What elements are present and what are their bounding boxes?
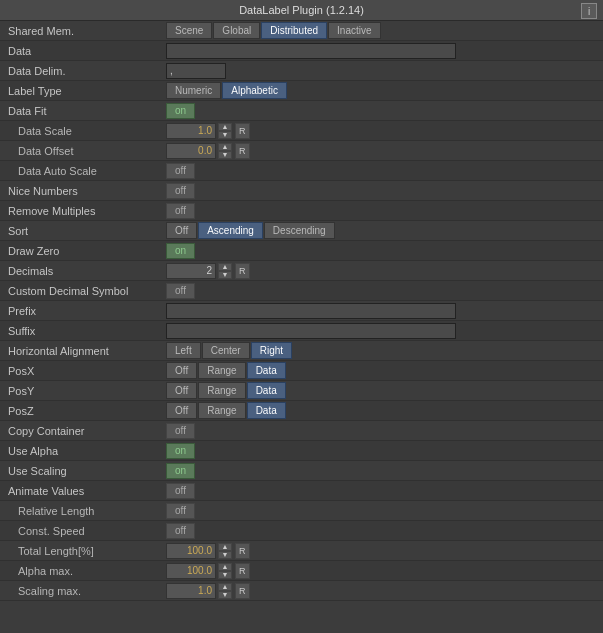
- num-input-data-offset[interactable]: [166, 143, 216, 159]
- tab-range[interactable]: Range: [198, 402, 245, 419]
- status-draw-zero[interactable]: on: [166, 243, 195, 259]
- control-remove-multiples: off: [166, 203, 599, 219]
- status-custom-decimal-symbol[interactable]: off: [166, 283, 195, 299]
- reset-data-scale[interactable]: R: [235, 123, 250, 139]
- tab-range[interactable]: Range: [198, 362, 245, 379]
- num-input-scaling-max[interactable]: [166, 583, 216, 599]
- row-draw-zero: Draw Zeroon: [0, 241, 603, 261]
- control-label-type: NumericAlphabetic: [166, 82, 599, 99]
- int-input-decimals[interactable]: [166, 263, 216, 279]
- control-shared-mem: SceneGlobalDistributedInactive: [166, 22, 599, 39]
- status-relative-length[interactable]: off: [166, 503, 195, 519]
- label-data: Data: [4, 45, 166, 57]
- tab-right[interactable]: Right: [251, 342, 292, 359]
- tab-inactive[interactable]: Inactive: [328, 22, 380, 39]
- label-draw-zero: Draw Zero: [4, 245, 166, 257]
- label-posz: PosZ: [4, 405, 166, 417]
- tab-off[interactable]: Off: [166, 222, 197, 239]
- label-total-length: Total Length[%]: [4, 545, 166, 557]
- status-const-speed[interactable]: off: [166, 523, 195, 539]
- tab-group-shared-mem: SceneGlobalDistributedInactive: [166, 22, 381, 39]
- control-decimals: ▲▼R: [166, 263, 599, 279]
- num-input-total-length[interactable]: [166, 543, 216, 559]
- input-data[interactable]: [166, 43, 456, 59]
- spinner-up-decimals[interactable]: ▲: [218, 263, 232, 271]
- tab-off[interactable]: Off: [166, 402, 197, 419]
- label-const-speed: Const. Speed: [4, 525, 166, 537]
- tab-data[interactable]: Data: [247, 402, 286, 419]
- input-data-delim[interactable]: [166, 63, 226, 79]
- tab-off[interactable]: Off: [166, 382, 197, 399]
- reset-total-length[interactable]: R: [235, 543, 250, 559]
- row-posx: PosXOffRangeData: [0, 361, 603, 381]
- tab-alphabetic[interactable]: Alphabetic: [222, 82, 287, 99]
- status-use-alpha[interactable]: on: [166, 443, 195, 459]
- row-prefix: Prefix: [0, 301, 603, 321]
- status-animate-values[interactable]: off: [166, 483, 195, 499]
- control-relative-length: off: [166, 503, 599, 519]
- tab-ascending[interactable]: Ascending: [198, 222, 263, 239]
- tab-center[interactable]: Center: [202, 342, 250, 359]
- spinner-data-offset: ▲▼: [218, 143, 232, 159]
- spinner-down-total-length[interactable]: ▼: [218, 551, 232, 559]
- spinner-down-data-scale[interactable]: ▼: [218, 131, 232, 139]
- row-copy-container: Copy Containeroff: [0, 421, 603, 441]
- label-data-offset: Data Offset: [4, 145, 166, 157]
- label-data-delim: Data Delim.: [4, 65, 166, 77]
- spinner-up-total-length[interactable]: ▲: [218, 543, 232, 551]
- spinner-up-data-scale[interactable]: ▲: [218, 123, 232, 131]
- tab-range[interactable]: Range: [198, 382, 245, 399]
- spinner-up-scaling-max[interactable]: ▲: [218, 583, 232, 591]
- tab-scene[interactable]: Scene: [166, 22, 212, 39]
- label-data-fit: Data Fit: [4, 105, 166, 117]
- status-remove-multiples[interactable]: off: [166, 203, 195, 219]
- row-label-type: Label TypeNumericAlphabetic: [0, 81, 603, 101]
- label-sort: Sort: [4, 225, 166, 237]
- status-data-fit[interactable]: on: [166, 103, 195, 119]
- label-remove-multiples: Remove Multiples: [4, 205, 166, 217]
- tab-off[interactable]: Off: [166, 362, 197, 379]
- spinner-scaling-max: ▲▼: [218, 583, 232, 599]
- status-copy-container[interactable]: off: [166, 423, 195, 439]
- status-use-scaling[interactable]: on: [166, 463, 195, 479]
- label-suffix: Suffix: [4, 325, 166, 337]
- label-nice-numbers: Nice Numbers: [4, 185, 166, 197]
- status-nice-numbers[interactable]: off: [166, 183, 195, 199]
- label-relative-length: Relative Length: [4, 505, 166, 517]
- tab-left[interactable]: Left: [166, 342, 201, 359]
- tab-data[interactable]: Data: [247, 382, 286, 399]
- spinner-down-decimals[interactable]: ▼: [218, 271, 232, 279]
- control-prefix: [166, 303, 599, 319]
- reset-alpha-max[interactable]: R: [235, 563, 250, 579]
- status-data-auto-scale[interactable]: off: [166, 163, 195, 179]
- row-total-length: Total Length[%]▲▼R: [0, 541, 603, 561]
- control-data-delim: [166, 63, 599, 79]
- control-alpha-max: ▲▼R: [166, 563, 599, 579]
- control-copy-container: off: [166, 423, 599, 439]
- tab-numeric[interactable]: Numeric: [166, 82, 221, 99]
- tab-group-posx: OffRangeData: [166, 362, 286, 379]
- input-prefix[interactable]: [166, 303, 456, 319]
- tab-global[interactable]: Global: [213, 22, 260, 39]
- row-horizontal-alignment: Horizontal AlignmentLeftCenterRight: [0, 341, 603, 361]
- spinner-down-scaling-max[interactable]: ▼: [218, 591, 232, 599]
- reset-decimals[interactable]: R: [235, 263, 250, 279]
- input-suffix[interactable]: [166, 323, 456, 339]
- spinner-down-alpha-max[interactable]: ▼: [218, 571, 232, 579]
- num-input-data-scale[interactable]: [166, 123, 216, 139]
- reset-data-offset[interactable]: R: [235, 143, 250, 159]
- spinner-down-data-offset[interactable]: ▼: [218, 151, 232, 159]
- control-posx: OffRangeData: [166, 362, 599, 379]
- label-posx: PosX: [4, 365, 166, 377]
- reset-scaling-max[interactable]: R: [235, 583, 250, 599]
- tab-distributed[interactable]: Distributed: [261, 22, 327, 39]
- spinner-up-alpha-max[interactable]: ▲: [218, 563, 232, 571]
- num-input-alpha-max[interactable]: [166, 563, 216, 579]
- tab-descending[interactable]: Descending: [264, 222, 335, 239]
- control-sort: OffAscendingDescending: [166, 222, 599, 239]
- tab-data[interactable]: Data: [247, 362, 286, 379]
- spinner-up-data-offset[interactable]: ▲: [218, 143, 232, 151]
- info-button[interactable]: i: [581, 3, 597, 19]
- row-animate-values: Animate Valuesoff: [0, 481, 603, 501]
- control-posy: OffRangeData: [166, 382, 599, 399]
